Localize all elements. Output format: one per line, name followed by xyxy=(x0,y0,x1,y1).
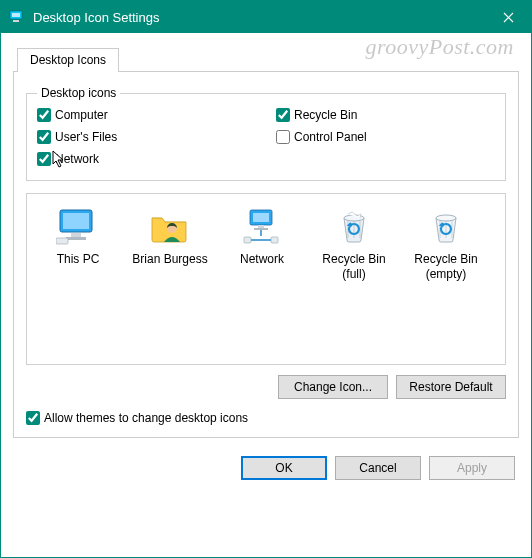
svg-rect-10 xyxy=(253,213,269,222)
window-title: Desktop Icon Settings xyxy=(33,10,486,25)
title-bar: Desktop Icon Settings xyxy=(1,1,531,33)
icon-item-network[interactable]: Network xyxy=(217,204,307,354)
icon-label: Brian Burgess xyxy=(125,252,215,267)
group-legend: Desktop icons xyxy=(37,86,120,100)
userfiles-icon xyxy=(125,204,215,248)
check-network[interactable]: Network xyxy=(37,152,256,166)
check-computer-label: Computer xyxy=(55,108,108,122)
svg-rect-11 xyxy=(258,225,264,228)
svg-rect-6 xyxy=(66,237,86,240)
icon-label: This PC xyxy=(33,252,123,267)
tab-desktop-icons[interactable]: Desktop Icons xyxy=(17,48,119,72)
check-userfiles-box[interactable] xyxy=(37,130,51,144)
svg-rect-7 xyxy=(56,238,68,244)
icon-item-recyclebin-full[interactable]: Recycle Bin (full) xyxy=(309,204,399,354)
icon-item-recyclebin-empty[interactable]: Recycle Bin (empty) xyxy=(401,204,491,354)
icon-label: Network xyxy=(217,252,307,267)
icon-label: Recycle Bin (full) xyxy=(309,252,399,282)
icon-preview-panel: This PC Brian Burgess xyxy=(26,193,506,365)
check-userfiles[interactable]: User's Files xyxy=(37,130,256,144)
allow-themes-label: Allow themes to change desktop icons xyxy=(44,411,248,425)
tab-content: Desktop icons Computer Recycle Bin User'… xyxy=(13,71,519,438)
dialog-footer: OK Cancel Apply xyxy=(1,448,531,494)
check-computer[interactable]: Computer xyxy=(37,108,256,122)
icon-item-thispc[interactable]: This PC xyxy=(33,204,123,354)
check-recyclebin-label: Recycle Bin xyxy=(294,108,357,122)
tab-strip: Desktop Icons xyxy=(17,47,531,71)
check-userfiles-label: User's Files xyxy=(55,130,117,144)
apply-button[interactable]: Apply xyxy=(429,456,515,480)
check-recyclebin[interactable]: Recycle Bin xyxy=(276,108,495,122)
icon-item-userfiles[interactable]: Brian Burgess xyxy=(125,204,215,354)
ok-button[interactable]: OK xyxy=(241,456,327,480)
check-recyclebin-box[interactable] xyxy=(276,108,290,122)
cancel-button[interactable]: Cancel xyxy=(335,456,421,480)
svg-rect-2 xyxy=(13,20,19,22)
check-controlpanel-box[interactable] xyxy=(276,130,290,144)
check-controlpanel[interactable]: Control Panel xyxy=(276,130,495,144)
allow-themes-check[interactable]: Allow themes to change desktop icons xyxy=(26,411,506,425)
check-network-box[interactable] xyxy=(37,152,51,166)
svg-rect-5 xyxy=(71,233,81,237)
check-computer-box[interactable] xyxy=(37,108,51,122)
network-icon xyxy=(217,204,307,248)
icon-label: Recycle Bin (empty) xyxy=(401,252,491,282)
monitor-icon xyxy=(33,204,123,248)
desktop-icons-group: Desktop icons Computer Recycle Bin User'… xyxy=(26,86,506,181)
svg-rect-14 xyxy=(271,237,278,243)
restore-default-button[interactable]: Restore Default xyxy=(396,375,506,399)
svg-rect-12 xyxy=(254,228,268,230)
allow-themes-box[interactable] xyxy=(26,411,40,425)
close-button[interactable] xyxy=(486,1,531,33)
close-icon xyxy=(503,12,514,23)
svg-rect-4 xyxy=(63,213,89,229)
svg-rect-13 xyxy=(244,237,251,243)
check-controlpanel-label: Control Panel xyxy=(294,130,367,144)
bin-empty-icon xyxy=(401,204,491,248)
system-icon xyxy=(9,9,25,25)
check-network-label: Network xyxy=(55,152,99,166)
bin-full-icon xyxy=(309,204,399,248)
svg-rect-1 xyxy=(12,13,20,17)
change-icon-button[interactable]: Change Icon... xyxy=(278,375,388,399)
svg-point-16 xyxy=(436,215,456,221)
